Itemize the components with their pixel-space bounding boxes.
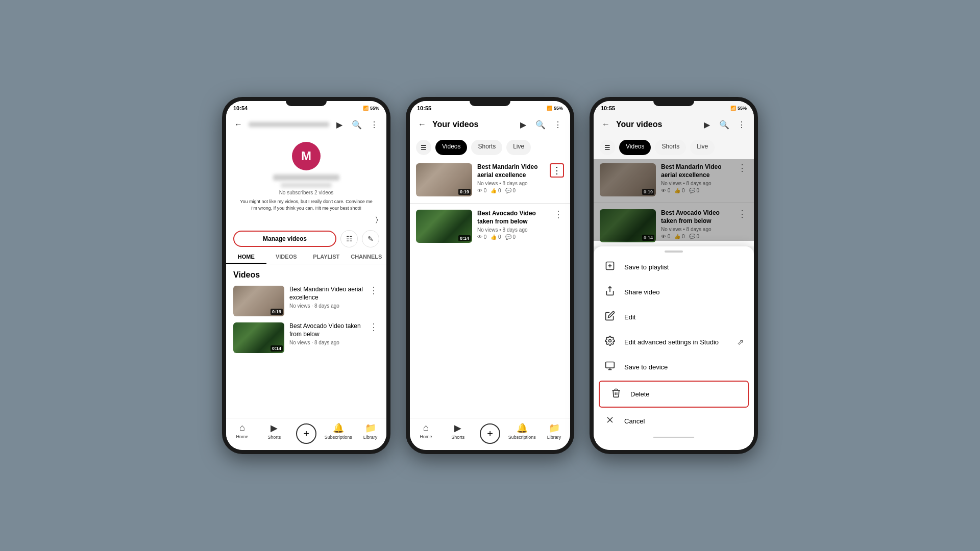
signal-icon-2: 📶	[547, 106, 552, 111]
create-icon[interactable]: +	[296, 423, 316, 444]
nav-shorts-2[interactable]: ▶ Shorts	[442, 420, 474, 446]
sheet-edit-studio[interactable]: Edit advanced settings in Studio ⇗	[594, 330, 754, 355]
filter-videos-3[interactable]: Videos	[619, 140, 651, 155]
nav-library-2[interactable]: 📁 Library	[538, 420, 570, 446]
battery-1: 55%	[370, 106, 379, 111]
nav-library-1[interactable]: 📁 Library	[354, 420, 386, 446]
channel-avatar: M	[292, 142, 321, 170]
bottom-sheet: Save to playlist Share video	[594, 246, 754, 450]
filter-videos[interactable]: Videos	[435, 140, 467, 155]
cast-button-2[interactable]: ▶	[516, 117, 530, 132]
phone1-content: Videos 0:19 Best Mandarin Video aerial e…	[226, 264, 386, 418]
likes-stat: 👍 0	[491, 188, 501, 193]
nav-create-2[interactable]: +	[474, 420, 506, 446]
sheet-delete[interactable]: Delete	[600, 382, 748, 407]
overlay-dim	[594, 159, 754, 241]
subscriptions-icon-2: 🔔	[517, 422, 528, 434]
video-meta-2: No views · 8 days ago	[289, 340, 363, 345]
filter-tabs-3: ☰ Videos Shorts Live	[594, 136, 754, 159]
your-video-1[interactable]: 0:19 Best Mandarin Video aerial excellen…	[410, 159, 570, 201]
more-button-1[interactable]: ⋮	[367, 117, 381, 132]
tab-channels[interactable]: CHANNELS	[347, 249, 387, 264]
nav-subscriptions-2[interactable]: 🔔 Subscriptions	[506, 420, 538, 446]
videos-section-title: Videos	[226, 264, 386, 283]
save-playlist-icon	[604, 261, 616, 273]
library-icon-2: 📁	[549, 422, 560, 434]
duration-2: 0:14	[271, 345, 283, 352]
more-btn-1[interactable]: ⋮	[368, 286, 379, 295]
phone-3: 10:55 📶 55% ← Your videos ▶ 🔍 ⋮ ☰ Videos…	[590, 97, 758, 454]
tab-home[interactable]: HOME	[226, 249, 266, 264]
download-icon	[604, 361, 616, 373]
video-stats-2: 👁 0 👍 0 💬 0	[477, 234, 548, 240]
phone-notch-3	[653, 101, 694, 106]
svg-rect-5	[606, 362, 615, 368]
subscriptions-icon: 🔔	[333, 422, 344, 434]
filter-icon-button[interactable]: ☰	[416, 140, 431, 155]
nav-create-1[interactable]: +	[290, 420, 323, 446]
visibility-stat: 👁 0	[477, 188, 486, 193]
your-videos-title-3: Your videos	[616, 120, 697, 129]
search-button-3[interactable]: 🔍	[717, 117, 731, 132]
video-item-1[interactable]: 0:19 Best Mandarin Video aerial excellen…	[226, 283, 386, 319]
cast-button-1[interactable]: ▶	[332, 117, 347, 132]
bottom-nav-1: ⌂ Home ▶ Shorts + 🔔 Subscriptions 📁 Libr…	[226, 418, 386, 450]
tab-playlist[interactable]: PLAYLIST	[306, 249, 347, 264]
create-icon-2[interactable]: +	[480, 423, 500, 444]
your-video-info-2: Best Avocado Video taken from below No v…	[477, 210, 548, 240]
nav-subscriptions-1[interactable]: 🔔 Subscriptions	[322, 420, 354, 446]
edit-label: Edit	[624, 313, 635, 321]
your-video-2[interactable]: 0:14 Best Avocado Video taken from below…	[410, 206, 570, 247]
search-button-1[interactable]: 🔍	[350, 117, 364, 132]
back-button-3[interactable]: ←	[599, 117, 613, 132]
share-label: Share video	[624, 288, 659, 296]
more-btn-2[interactable]: ⋮	[368, 322, 379, 332]
sheet-share[interactable]: Share video	[594, 280, 754, 305]
phone-notch-2	[470, 101, 510, 106]
analytics-button[interactable]: ☷	[340, 230, 358, 247]
sheet-cancel[interactable]: Cancel	[594, 409, 754, 434]
save-device-label: Save to device	[624, 363, 668, 371]
filter-shorts-3[interactable]: Shorts	[655, 140, 686, 155]
more-info-arrow[interactable]: 〉	[376, 215, 378, 224]
duration-1: 0:19	[271, 309, 283, 315]
more-button-2[interactable]: ⋮	[551, 117, 565, 132]
phone-2: 10:55 📶 55% ← Your videos ▶ 🔍 ⋮ ☰ Videos…	[406, 97, 574, 454]
channel-name-blurred	[273, 174, 339, 181]
more-button-3[interactable]: ⋮	[734, 117, 749, 132]
nav-home-2[interactable]: ⌂ Home	[410, 420, 442, 446]
signal-icon: 📶	[363, 106, 369, 111]
phone-3-screen: 10:55 📶 55% ← Your videos ▶ 🔍 ⋮ ☰ Videos…	[594, 101, 754, 450]
more-btn-plain-2[interactable]: ⋮	[553, 210, 564, 219]
your-videos-bar-3: ← Your videos ▶ 🔍 ⋮	[594, 113, 754, 136]
phone-notch	[286, 101, 327, 106]
back-button-1[interactable]: ←	[231, 117, 246, 132]
more-btn-highlighted-1[interactable]: ⋮	[550, 163, 564, 178]
home-icon-2: ⌂	[423, 422, 429, 433]
tab-videos[interactable]: VIDEOS	[266, 249, 307, 264]
cast-button-3[interactable]: ▶	[700, 117, 714, 132]
sheet-save-playlist[interactable]: Save to playlist	[594, 255, 754, 280]
nav-home-1[interactable]: ⌂ Home	[226, 420, 258, 446]
sheet-save-device[interactable]: Save to device	[594, 355, 754, 380]
share-icon	[604, 286, 616, 298]
filter-live-3[interactable]: Live	[690, 140, 715, 155]
your-video-thumb-1: 0:19	[416, 163, 472, 196]
cancel-icon	[604, 415, 616, 428]
your-videos-title: Your videos	[432, 120, 513, 129]
video-item-2[interactable]: 0:14 Best Avocado Video taken from below…	[226, 319, 386, 356]
filter-live[interactable]: Live	[506, 140, 531, 155]
search-button-2[interactable]: 🔍	[533, 117, 548, 132]
manage-videos-button[interactable]: Manage videos	[233, 231, 336, 247]
sheet-edit[interactable]: Edit	[594, 305, 754, 330]
nav-shorts-1[interactable]: ▶ Shorts	[258, 420, 290, 446]
divider-1	[410, 203, 570, 204]
your-duration-2: 0:14	[458, 235, 471, 241]
edit-icon	[604, 311, 616, 323]
video-thumb-2: 0:14	[233, 322, 284, 353]
filter-shorts[interactable]: Shorts	[471, 140, 502, 155]
back-button-2[interactable]: ←	[415, 117, 429, 132]
edit-button[interactable]: ✎	[362, 230, 379, 247]
filter-icon-button-3[interactable]: ☰	[600, 140, 615, 155]
bottom-nav-2: ⌂ Home ▶ Shorts + 🔔 Subscriptions 📁 Libr…	[410, 418, 570, 450]
